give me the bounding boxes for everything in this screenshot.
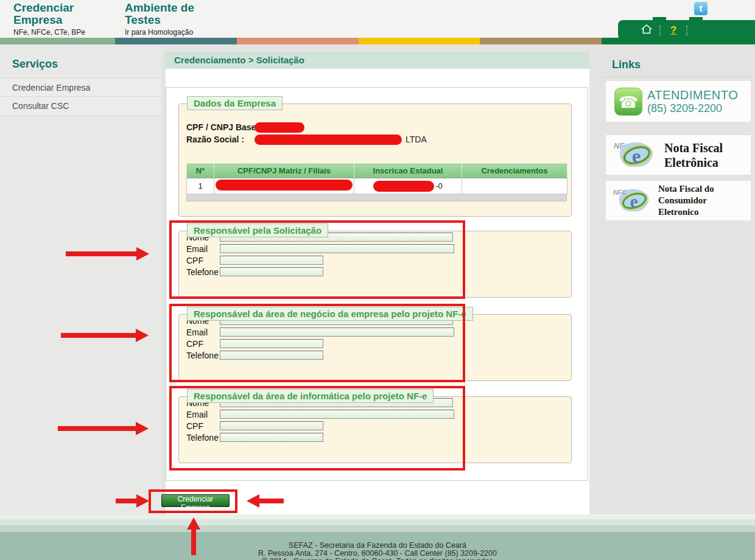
company-data-legend: Dados da Empresa <box>187 96 283 110</box>
environment-block: Ambiente de Testes Ir para Homologação <box>125 2 210 37</box>
nfce-banner[interactable]: e NFC Nota Fiscal do Consumidor Eletroni… <box>606 181 751 220</box>
filiais-table-wrap: N° CPF/CNPJ Matriz / Filiais Inscricao E… <box>186 163 571 201</box>
razao-social-label: Razão Social : <box>186 135 244 144</box>
nfe-logo-icon: e NF <box>612 139 661 171</box>
nfe-banner[interactable]: e NF Nota Fiscal Eletrônica <box>606 135 751 175</box>
brand-subtitle: NFe, NFCe, CTe, BPe <box>13 28 111 37</box>
col-header-credenciamentos: Credenciamentos <box>462 164 567 178</box>
filiais-table: N° CPF/CNPJ Matriz / Filiais Inscricao E… <box>186 163 567 194</box>
breadcrumb: Credenciamento > Solicitação <box>166 52 589 69</box>
footer: SEFAZ - Secretaria da Fazenda do Estado … <box>0 514 755 560</box>
navbar-separator <box>686 26 687 35</box>
sidebar-item-credenciar-empresa[interactable]: Credenciar Empresa <box>0 78 161 97</box>
atendimento-phone: (85) 3209-2200 <box>647 102 738 115</box>
home-icon[interactable] <box>640 24 653 37</box>
annotation-arrow-right-1 <box>66 251 136 256</box>
razao-social-suffix: LTDA <box>406 135 427 144</box>
svg-text:e: e <box>632 145 641 167</box>
stripe-segment <box>602 38 755 44</box>
stripe-segment <box>115 38 237 44</box>
cpf-cnpj-label: CPF / CNPJ Base : <box>186 122 261 132</box>
inscricao-suffix: -0 <box>435 181 443 191</box>
stripe-segment <box>0 38 115 44</box>
svg-text:NF: NF <box>614 141 625 150</box>
annotation-arrow-button-right <box>259 499 284 503</box>
links-divider <box>603 77 751 77</box>
col-header-num: N° <box>187 164 214 178</box>
redacted-cpf-cnpj-base <box>255 122 304 133</box>
table-row: 1 -0 <box>187 178 567 194</box>
annotation-arrow-right-2 <box>61 333 136 338</box>
stripe-segment <box>480 38 602 44</box>
table-header-row: N° CPF/CNPJ Matriz / Filiais Inscricao E… <box>187 164 567 178</box>
col-header-cpf-cnpj: CPF/CNPJ Matriz / Filiais <box>214 164 354 178</box>
sidebar-menu: Credenciar Empresa Consultar CSC <box>0 78 161 116</box>
twitter-icon[interactable]: t <box>694 2 708 15</box>
cell-num: 1 <box>187 178 214 194</box>
table-footer-strip <box>186 194 567 201</box>
atendimento-banner[interactable]: ☎ ATENDIMENTO (85) 3209-2200 <box>606 81 751 122</box>
cpf-cnpj-row: CPF / CNPJ Base : <box>186 122 571 134</box>
atendimento-title: ATENDIMENTO <box>647 88 738 102</box>
company-data-fieldset: Dados da Empresa CPF / CNPJ Base : Razão… <box>178 103 572 217</box>
brand-title: Credenciar Empresa <box>13 2 111 26</box>
nfe-label: Nota Fiscal Eletrônica <box>664 141 735 170</box>
links-title: Links <box>612 58 641 71</box>
redacted-razao-social <box>255 135 402 145</box>
color-stripe <box>0 38 755 44</box>
stripe-segment <box>237 38 359 44</box>
homologacao-link[interactable]: Ir para Homologação <box>125 28 210 37</box>
cell-cpf-cnpj <box>214 178 354 194</box>
annotation-arrow-button-up <box>191 530 196 555</box>
svg-text:e: e <box>630 191 638 211</box>
nfce-label: Nota Fiscal do Consumidor Eletronico <box>658 183 734 218</box>
stripe-segment <box>359 38 480 44</box>
nfce-logo-icon: e NFC <box>612 185 656 217</box>
environment-title: Ambiente de Testes <box>125 2 210 26</box>
atendimento-text: ATENDIMENTO (85) 3209-2200 <box>647 88 738 115</box>
help-icon[interactable]: ? <box>667 24 680 37</box>
phone-icon: ☎ <box>614 88 642 116</box>
page: Credenciar Empresa NFe, NFCe, CTe, BPe A… <box>0 0 755 560</box>
annotation-box-solicitacao <box>169 220 465 299</box>
annotation-box-negocio <box>169 304 465 382</box>
redacted-inscricao-estadual <box>373 181 434 192</box>
col-header-inscricao: Inscricao Estadual <box>354 164 462 178</box>
annotation-arrow-right-3 <box>58 426 136 431</box>
redacted-cpf-cnpj-matriz <box>216 180 353 191</box>
sidebar: Serviços Credenciar Empresa Consultar CS… <box>0 44 161 514</box>
cell-inscricao: -0 <box>354 178 462 194</box>
navbar-separator <box>659 26 661 35</box>
annotation-box-button <box>149 489 237 513</box>
razao-social-row: Razão Social : LTDA <box>186 135 571 146</box>
sidebar-item-consultar-csc[interactable]: Consultar CSC <box>0 97 161 116</box>
footer-line2: R. Pessoa Anta, 274 - Centro, 60060-430 … <box>0 549 755 558</box>
footer-line3: © 2014 - Governo do Estado do Ceará. Tod… <box>0 557 755 560</box>
annotation-arrow-button-left <box>116 499 136 503</box>
brand-block: Credenciar Empresa NFe, NFCe, CTe, BPe <box>13 2 111 37</box>
header: Credenciar Empresa NFe, NFCe, CTe, BPe A… <box>0 0 755 38</box>
footer-line1: SEFAZ - Secretaria da Fazenda do Estado … <box>0 541 755 550</box>
cell-credenciamentos <box>462 178 567 194</box>
annotation-box-informatica <box>169 386 465 471</box>
svg-text:NFC: NFC <box>613 189 627 196</box>
sidebar-title: Serviços <box>0 44 161 78</box>
